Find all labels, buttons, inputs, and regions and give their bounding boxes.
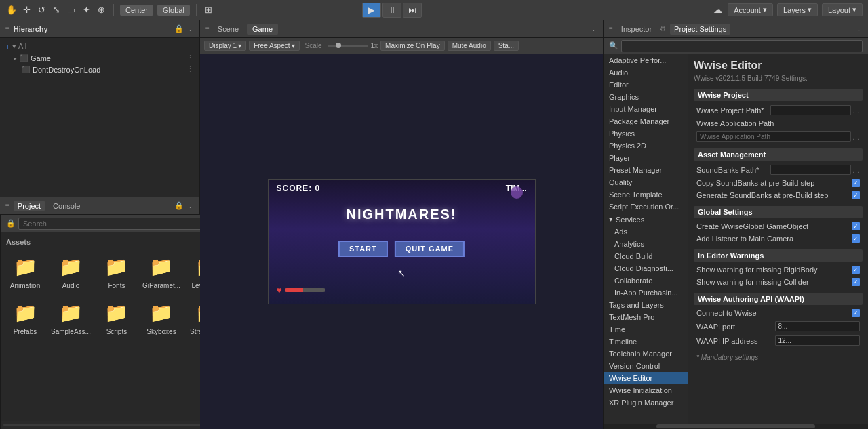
move-tool-icon[interactable]: ✛	[20, 4, 33, 16]
settings-ads[interactable]: Ads	[604, 226, 688, 238]
maximize-button[interactable]: Maximize On Play	[380, 41, 445, 51]
tab-scene[interactable]: Scene	[212, 24, 244, 35]
grid-icon[interactable]: ⊞	[203, 4, 215, 16]
lock-icon[interactable]: 🔒	[6, 219, 16, 228]
right-more-icon[interactable]: ⋮	[855, 24, 863, 33]
account-button[interactable]: Account ▾	[728, 3, 773, 16]
settings-preset-manager[interactable]: Preset Manager	[604, 164, 688, 176]
start-button[interactable]: START	[338, 241, 388, 257]
copy-soundbanks-checkbox[interactable]: ✓	[852, 179, 860, 187]
settings-player[interactable]: Player	[604, 152, 688, 164]
asset-sampleassets[interactable]: 📁 SampleAss...	[48, 296, 94, 338]
quit-button[interactable]: QUIT GAME	[395, 241, 465, 257]
settings-cloud-build[interactable]: Cloud Build	[604, 250, 688, 262]
tab-console[interactable]: Console	[49, 201, 84, 211]
settings-adaptive[interactable]: Adaptive Perfor...	[604, 54, 688, 66]
scale-tool-icon[interactable]: ⤡	[50, 4, 62, 16]
settings-timeline[interactable]: Timeline	[604, 335, 688, 348]
settings-package-manager[interactable]: Package Manager	[604, 115, 688, 127]
rotate-tool-icon[interactable]: ↺	[35, 4, 47, 16]
settings-version-control[interactable]: Version Control	[604, 360, 688, 372]
tab-project[interactable]: Project	[14, 201, 45, 211]
waapi-port-input[interactable]	[775, 321, 861, 331]
hierarchy-more-icon[interactable]: ⋮	[186, 24, 194, 33]
settings-wwise-init[interactable]: Wwise Initialization	[604, 384, 688, 396]
settings-collaborate[interactable]: Collaborate	[604, 274, 688, 287]
layers-button[interactable]: Layers ▾	[777, 3, 818, 16]
soundbanks-path-input[interactable]	[770, 165, 851, 175]
tab-game[interactable]: Game	[247, 24, 278, 35]
gear-icon[interactable]: ⚙	[660, 25, 666, 33]
hierarchy-add[interactable]: + ▾ All	[0, 41, 199, 52]
display-button[interactable]: Display 1 ▾	[204, 41, 246, 51]
connect-wwise-checkbox[interactable]: ✓	[852, 309, 860, 317]
settings-input-manager[interactable]: Input Manager	[604, 103, 688, 115]
settings-xr-plugin[interactable]: XR Plugin Manager	[604, 396, 688, 409]
settings-textmesh[interactable]: TextMesh Pro	[604, 311, 688, 323]
settings-iap[interactable]: In-App Purchasin...	[604, 287, 688, 299]
project-lock-icon[interactable]: 🔒	[174, 201, 184, 210]
generate-soundbanks-checkbox[interactable]: ✓	[852, 191, 860, 199]
create-global-checkbox[interactable]: ✓	[852, 222, 860, 230]
settings-quality[interactable]: Quality	[604, 176, 688, 188]
missing-collider-checkbox[interactable]: ✓	[852, 278, 860, 286]
pause-button[interactable]: ⏸	[382, 3, 401, 18]
settings-wwise-editor[interactable]: Wwise Editor	[604, 372, 688, 384]
asset-scripts[interactable]: 📁 Scripts	[98, 296, 136, 338]
layout-button[interactable]: Layout ▾	[822, 3, 863, 16]
hand-tool-icon[interactable]: ✋	[5, 4, 18, 16]
settings-toolchain[interactable]: Toolchain Manager	[604, 348, 688, 360]
project-more-icon[interactable]: ⋮	[186, 201, 194, 210]
missing-rigidbody-checkbox[interactable]: ✓	[852, 266, 860, 274]
settings-audio[interactable]: Audio	[604, 66, 688, 79]
settings-physics2d[interactable]: Physics 2D	[604, 140, 688, 152]
asset-giparameters[interactable]: 📁 GiParamet...	[140, 250, 183, 292]
settings-tags-layers[interactable]: Tags and Layers	[604, 299, 688, 311]
asset-prefabs[interactable]: 📁 Prefabs	[6, 296, 44, 338]
asset-animation[interactable]: 📁 Animation	[6, 250, 44, 292]
settings-scene-template[interactable]: Scene Template	[604, 188, 688, 201]
hierarchy-game[interactable]: ▸ ⬛ Game ⋮	[0, 52, 199, 64]
global-button[interactable]: Global	[157, 5, 190, 16]
game-more-icon[interactable]: ⋮	[186, 54, 194, 62]
settings-editor[interactable]: Editor	[604, 79, 688, 91]
right-search-input[interactable]	[621, 40, 863, 52]
scale-slider[interactable]	[328, 45, 368, 47]
settings-analytics[interactable]: Analytics	[604, 238, 688, 250]
asset-audio[interactable]: 📁 Audio	[48, 250, 94, 292]
settings-services[interactable]: ▾ Services	[604, 213, 688, 226]
asset-fonts[interactable]: 📁 Fonts	[98, 250, 136, 292]
wwise-project-path-input[interactable]	[770, 105, 851, 115]
wwise-app-path-btn[interactable]: …	[852, 133, 860, 141]
transform-tool-icon[interactable]: ✦	[80, 4, 92, 16]
play-button[interactable]: ▶	[362, 3, 381, 18]
settings-physics[interactable]: Physics	[604, 127, 688, 140]
settings-graphics[interactable]: Graphics	[604, 91, 688, 103]
center-button[interactable]: Center	[120, 5, 153, 16]
tab-project-settings[interactable]: Project Settings	[670, 24, 730, 35]
skyboxes-asset-label: Skyboxes	[146, 328, 176, 335]
mute-button[interactable]: Mute Audio	[448, 41, 491, 51]
soundbanks-btn[interactable]: …	[852, 166, 860, 174]
view-more-icon[interactable]: ⋮	[590, 24, 597, 33]
tab-inspector[interactable]: Inspector	[617, 24, 656, 35]
asset-skyboxes[interactable]: 📁 Skyboxes	[140, 296, 183, 338]
dontdestroy-more-icon[interactable]: ⋮	[186, 65, 194, 74]
step-button[interactable]: ⏭	[403, 3, 422, 18]
game-title: NIGHTMARES!	[346, 207, 456, 222]
wwise-project-path-btn[interactable]: …	[852, 106, 860, 115]
stats-button[interactable]: Sta...	[494, 41, 519, 51]
settings-script-execution[interactable]: Script Execution Or...	[604, 201, 688, 213]
cloud-icon[interactable]: ☁	[711, 4, 724, 16]
waapi-ip-input[interactable]	[775, 335, 861, 346]
settings-time[interactable]: Time	[604, 323, 688, 335]
custom-tool-icon[interactable]: ⊕	[95, 4, 107, 16]
add-listener-checkbox[interactable]: ✓	[852, 234, 860, 243]
settings-cloud-diagnostics[interactable]: Cloud Diagnosti...	[604, 262, 688, 274]
hierarchy-lock-icon[interactable]: 🔒	[174, 24, 184, 33]
right-bottom-scrollbar[interactable]	[604, 424, 868, 429]
hierarchy-dontdestroy[interactable]: ⬛ DontDestroyOnLoad ⋮	[0, 64, 199, 75]
rect-tool-icon[interactable]: ▭	[65, 4, 77, 16]
aspect-button[interactable]: Free Aspect ▾	[249, 41, 299, 51]
wwise-app-path-input[interactable]	[696, 131, 851, 142]
